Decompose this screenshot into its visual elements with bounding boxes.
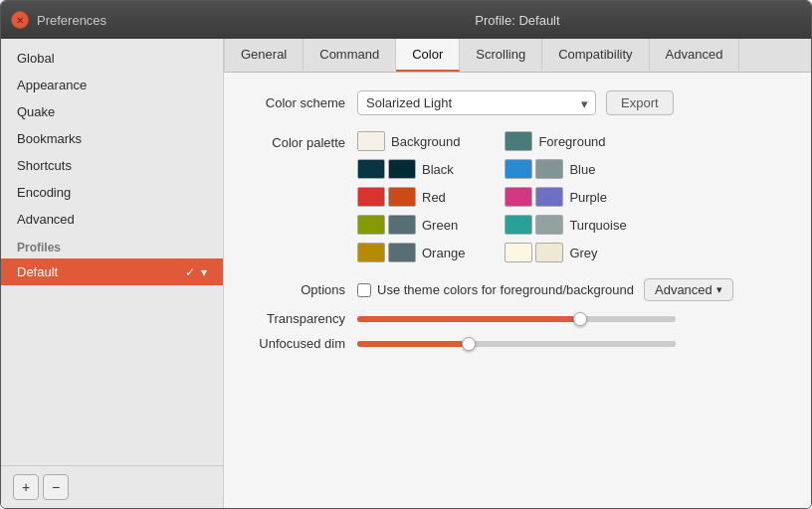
palette-turquoise: Turquoise <box>505 215 626 235</box>
palette-background: Background <box>357 131 465 151</box>
sidebar-item-global[interactable]: Global <box>1 45 223 72</box>
transparency-slider[interactable] <box>357 316 676 322</box>
red-label: Red <box>422 190 446 205</box>
use-theme-text: Use theme colors for foreground/backgrou… <box>377 282 634 297</box>
red-swatches <box>357 187 416 207</box>
palette-foreground: Foreground <box>505 131 626 151</box>
titlebar-left-title: Preferences <box>37 13 106 28</box>
sidebar-item-appearance[interactable]: Appearance <box>1 72 223 98</box>
color-scheme-select[interactable]: Solarized Light Solarized Dark Default M… <box>357 90 596 115</box>
sidebar-footer: + − <box>1 465 223 508</box>
titlebar-right: Profile: Default <box>224 13 811 28</box>
sidebar-item-bookmarks[interactable]: Bookmarks <box>1 125 223 152</box>
palette-columns: Background Black <box>357 131 627 262</box>
palette-orange: Orange <box>357 243 465 262</box>
green-swatch-2[interactable] <box>388 215 416 235</box>
tab-scrolling[interactable]: Scrolling <box>460 39 542 72</box>
check-icon: ✓ <box>185 265 195 279</box>
tab-advanced[interactable]: Advanced <box>650 39 740 72</box>
titlebar-right-title: Profile: Default <box>475 13 559 28</box>
orange-swatch-2[interactable] <box>388 243 416 262</box>
sidebar-item-advanced[interactable]: Advanced <box>1 206 223 233</box>
unfocused-dim-label: Unfocused dim <box>248 336 357 351</box>
grey-swatch-2[interactable] <box>535 243 563 262</box>
background-swatch[interactable] <box>357 131 385 151</box>
turquoise-swatches <box>505 215 563 235</box>
panel-body: Color scheme Solarized Light Solarized D… <box>224 73 811 508</box>
color-scheme-label: Color scheme <box>248 95 357 110</box>
color-scheme-select-wrapper: Solarized Light Solarized Dark Default M… <box>357 90 596 115</box>
palette-grey: Grey <box>505 243 626 262</box>
unfocused-dim-slider[interactable] <box>357 341 676 347</box>
orange-swatches <box>357 243 416 262</box>
sidebar-profile-default[interactable]: Default ✓ ▾ <box>1 258 223 285</box>
transparency-fill <box>357 316 580 322</box>
green-swatches <box>357 215 416 235</box>
tab-color[interactable]: Color <box>396 39 460 72</box>
palette-blue: Blue <box>505 159 626 179</box>
palette-red: Red <box>357 187 465 207</box>
palette-purple: Purple <box>505 187 626 207</box>
transparency-label: Transparency <box>248 311 357 326</box>
grey-swatch-1[interactable] <box>505 243 532 262</box>
black-swatches <box>357 159 416 179</box>
preferences-window: ✕ Preferences Profile: Default Global Ap… <box>0 0 812 509</box>
turquoise-swatch-1[interactable] <box>505 215 532 235</box>
palette-left: Background Black <box>357 131 465 262</box>
options-row: Options Use theme colors for foreground/… <box>248 278 787 301</box>
purple-swatches <box>505 187 563 207</box>
close-button[interactable]: ✕ <box>11 11 29 29</box>
profile-name: Default <box>17 264 58 279</box>
grey-label: Grey <box>569 246 597 260</box>
sidebar-item-encoding[interactable]: Encoding <box>1 179 223 206</box>
blue-swatches <box>505 159 563 179</box>
sidebar-nav: Global Appearance Quake Bookmarks Shortc… <box>1 39 223 465</box>
color-palette-label: Color palette <box>248 131 357 150</box>
orange-label: Orange <box>422 246 465 260</box>
advanced-dropdown-button[interactable]: Advanced <box>644 278 733 301</box>
sidebar-item-shortcuts[interactable]: Shortcuts <box>1 152 223 179</box>
transparency-thumb[interactable] <box>573 312 587 326</box>
use-theme-checkbox[interactable] <box>357 283 371 297</box>
sidebar-item-quake[interactable]: Quake <box>1 98 223 125</box>
main-content: Global Appearance Quake Bookmarks Shortc… <box>1 39 811 508</box>
palette-green: Green <box>357 215 465 235</box>
tab-compatibility[interactable]: Compatibility <box>542 39 649 72</box>
tab-general[interactable]: General <box>224 39 304 72</box>
add-profile-button[interactable]: + <box>13 474 39 500</box>
color-palette-row: Color palette Background <box>248 131 787 262</box>
titlebar: ✕ Preferences Profile: Default <box>1 1 811 39</box>
purple-label: Purple <box>569 190 607 205</box>
unfocused-dim-unfilled <box>469 341 676 347</box>
transparency-unfilled <box>580 316 676 322</box>
tab-command[interactable]: Command <box>304 39 396 72</box>
black-swatch-1[interactable] <box>357 159 385 179</box>
blue-label: Blue <box>569 162 595 177</box>
purple-swatch-2[interactable] <box>535 187 563 207</box>
red-swatch-2[interactable] <box>388 187 416 207</box>
turquoise-swatch-2[interactable] <box>535 215 563 235</box>
palette-black: Black <box>357 159 465 179</box>
transparency-row: Transparency <box>248 311 787 326</box>
export-button[interactable]: Export <box>606 90 674 115</box>
unfocused-dim-thumb[interactable] <box>462 337 476 351</box>
use-theme-label[interactable]: Use theme colors for foreground/backgrou… <box>357 282 634 297</box>
foreground-swatch[interactable] <box>505 131 532 151</box>
palette-right: Foreground Blue <box>505 131 626 262</box>
panel: General Command Color Scrolling Compatib… <box>224 39 811 508</box>
color-scheme-row: Color scheme Solarized Light Solarized D… <box>248 90 787 115</box>
black-swatch-2[interactable] <box>388 159 416 179</box>
options-label: Options <box>248 282 357 297</box>
purple-swatch-1[interactable] <box>505 187 532 207</box>
orange-swatch-1[interactable] <box>357 243 385 262</box>
unfocused-dim-fill <box>357 341 469 347</box>
blue-swatch-1[interactable] <box>505 159 532 179</box>
grey-swatches <box>505 243 563 262</box>
titlebar-left: ✕ Preferences <box>1 11 224 29</box>
remove-profile-button[interactable]: − <box>43 474 69 500</box>
green-swatch-1[interactable] <box>357 215 385 235</box>
blue-swatch-2[interactable] <box>535 159 563 179</box>
profiles-section-header: Profiles <box>1 233 223 258</box>
red-swatch-1[interactable] <box>357 187 385 207</box>
unfocused-dim-row: Unfocused dim <box>248 336 787 351</box>
